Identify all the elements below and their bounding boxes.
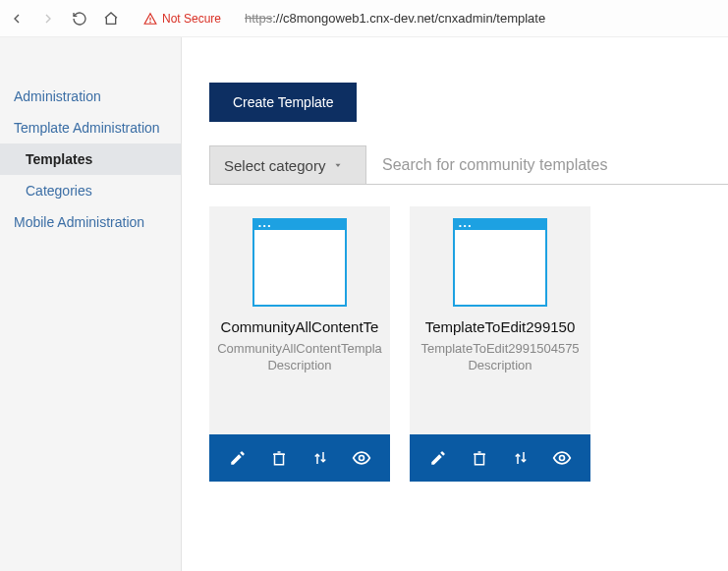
search-input[interactable] bbox=[366, 145, 728, 184]
delete-icon[interactable] bbox=[468, 446, 491, 470]
template-description-line1: TemplateToEdit2991504575 bbox=[418, 341, 583, 356]
template-card-actions bbox=[410, 434, 590, 482]
template-card-body: CommunityAllContentTe CommunityAllConten… bbox=[209, 307, 390, 434]
sidebar-item-categories[interactable]: Categories bbox=[0, 175, 181, 206]
svg-marker-2 bbox=[336, 164, 341, 167]
sidebar-item-templates[interactable]: Templates bbox=[0, 143, 181, 175]
template-thumbnail-icon: ••• bbox=[252, 218, 347, 307]
home-icon[interactable] bbox=[102, 10, 120, 28]
template-title: TemplateToEdit299150 bbox=[418, 318, 583, 335]
delete-icon[interactable] bbox=[267, 446, 291, 470]
svg-point-1 bbox=[150, 22, 151, 23]
svg-rect-7 bbox=[476, 454, 484, 465]
svg-rect-3 bbox=[275, 454, 284, 465]
address-bar[interactable]: https://c8mongoweb1.cnx-dev.net/cnxadmin… bbox=[245, 11, 545, 26]
svg-point-6 bbox=[360, 456, 364, 461]
chevron-down-icon bbox=[333, 160, 343, 170]
warning-icon bbox=[143, 12, 157, 26]
template-thumbnail-wrap: ••• bbox=[209, 206, 390, 307]
url-path: ://c8mongoweb1.cnx-dev.net/cnxadmin/temp… bbox=[272, 11, 545, 26]
reorder-icon[interactable] bbox=[509, 446, 532, 470]
template-card-actions bbox=[209, 434, 390, 482]
template-thumbnail-wrap: ••• bbox=[410, 206, 590, 307]
back-icon[interactable] bbox=[8, 10, 26, 28]
edit-icon[interactable] bbox=[426, 446, 450, 470]
template-title: CommunityAllContentTe bbox=[217, 318, 382, 335]
filter-row: Select category bbox=[209, 145, 728, 185]
sidebar-item-administration[interactable]: Administration bbox=[0, 81, 181, 112]
forward-icon[interactable] bbox=[39, 10, 57, 28]
sidebar-item-mobile-administration[interactable]: Mobile Administration bbox=[0, 206, 181, 238]
template-thumbnail-icon: ••• bbox=[453, 218, 547, 307]
category-select-label: Select category bbox=[224, 157, 325, 174]
main-content: Create Template Select category ••• Comm… bbox=[182, 37, 728, 571]
category-select[interactable]: Select category bbox=[209, 145, 366, 184]
template-description-line2: Description bbox=[418, 358, 583, 372]
security-badge[interactable]: Not Secure bbox=[143, 12, 221, 26]
svg-point-10 bbox=[560, 456, 565, 461]
preview-icon[interactable] bbox=[350, 446, 373, 470]
template-card: ••• CommunityAllContentTe CommunityAllCo… bbox=[209, 206, 390, 482]
template-description-line1: CommunityAllContentTempla bbox=[217, 341, 382, 356]
template-description-line2: Description bbox=[217, 358, 382, 372]
sidebar-item-template-administration[interactable]: Template Administration bbox=[0, 112, 181, 143]
edit-icon[interactable] bbox=[226, 446, 250, 470]
template-cards: ••• CommunityAllContentTe CommunityAllCo… bbox=[209, 206, 728, 482]
template-card: ••• TemplateToEdit299150 TemplateToEdit2… bbox=[410, 206, 590, 482]
preview-icon[interactable] bbox=[550, 446, 574, 470]
reorder-icon[interactable] bbox=[308, 446, 332, 470]
sidebar: Administration Template Administration T… bbox=[0, 37, 182, 571]
browser-toolbar: Not Secure https://c8mongoweb1.cnx-dev.n… bbox=[0, 0, 728, 37]
reload-icon[interactable] bbox=[71, 10, 88, 28]
security-label: Not Secure bbox=[162, 12, 221, 26]
create-template-button[interactable]: Create Template bbox=[209, 83, 357, 122]
template-card-body: TemplateToEdit299150 TemplateToEdit29915… bbox=[410, 307, 590, 434]
url-protocol: https bbox=[245, 11, 272, 26]
